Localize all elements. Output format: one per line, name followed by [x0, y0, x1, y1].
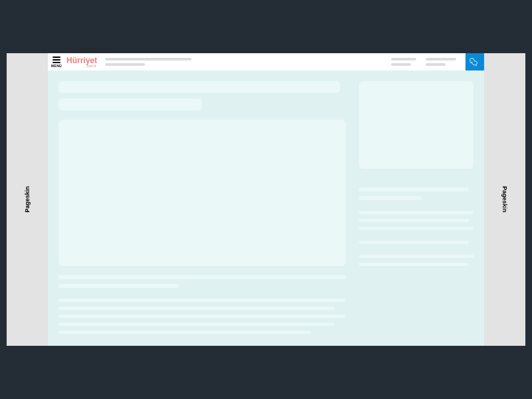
hamburger-icon: [53, 57, 61, 63]
sidebar-widget-skeleton: [359, 81, 473, 169]
nav-skeleton: [105, 58, 192, 66]
chat-icon: [469, 57, 480, 66]
pageskin-left[interactable]: Pageskin: [7, 53, 48, 346]
sidebar-list-skeleton: [359, 241, 473, 244]
sidebar-heading-skeleton: [359, 188, 473, 200]
content-area: [48, 70, 484, 346]
menu-button[interactable]: MENÜ: [51, 57, 63, 68]
page-viewport: Pageskin MENÜ Hürriyet .com.tr: [7, 53, 525, 346]
main-column: [59, 81, 346, 346]
topbar-link-skeleton: [426, 58, 456, 66]
sidebar-list-skeleton: [359, 211, 473, 230]
center-column: MENÜ Hürriyet .com.tr: [48, 53, 484, 346]
topbar-right: [391, 53, 484, 70]
logo-text: Hürriyet: [66, 57, 97, 65]
pageskin-left-label: Pageskin: [24, 186, 31, 213]
pageskin-right-label: Pageskin: [501, 186, 508, 213]
top-bar: MENÜ Hürriyet .com.tr: [48, 53, 484, 70]
subheadline-skeleton: [59, 98, 202, 110]
logo[interactable]: Hürriyet .com.tr: [66, 57, 97, 68]
menu-label: MENÜ: [51, 64, 62, 68]
chat-button[interactable]: [466, 53, 484, 70]
meta-skeleton: [59, 275, 346, 288]
headline-skeleton: [59, 81, 340, 93]
pageskin-right[interactable]: Pageskin: [484, 53, 525, 346]
paragraph-skeleton: [59, 299, 346, 334]
hero-image-skeleton: [59, 120, 346, 266]
sidebar-column: [359, 81, 473, 346]
topbar-link-skeleton: [391, 58, 416, 66]
sidebar-list-skeleton: [359, 255, 473, 266]
